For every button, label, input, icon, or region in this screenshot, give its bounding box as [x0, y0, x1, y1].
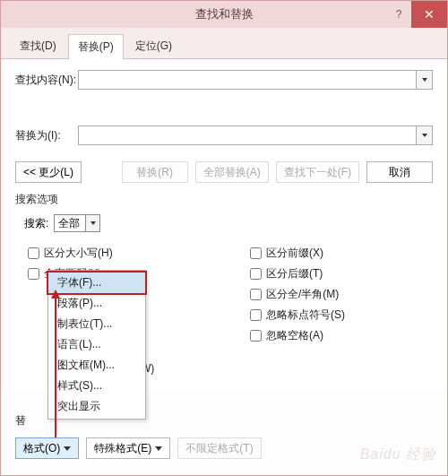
menu-item-language[interactable]: 语言(L)...: [48, 334, 145, 355]
window-controls: ? ✕: [386, 1, 447, 28]
checkbox[interactable]: [250, 268, 262, 280]
search-options-title: 搜索选项: [15, 192, 433, 207]
format-menu: 字体(F)... 段落(P)... 制表位(T)... 语言(L)... 图文框…: [47, 270, 146, 420]
replace-label: 替换为(I):: [15, 128, 78, 143]
chk-match-case[interactable]: 区分大小写(H): [24, 245, 211, 262]
chk-space[interactable]: 忽略空格(A): [246, 327, 433, 344]
less-button[interactable]: << 更少(L): [15, 161, 82, 183]
checkbox[interactable]: [28, 247, 39, 259]
titlebar: 查找和替换 ? ✕: [1, 1, 447, 28]
format-button[interactable]: 格式(O): [15, 437, 79, 459]
special-format-button[interactable]: 特殊格式(E): [86, 437, 170, 459]
checkbox[interactable]: [28, 268, 39, 280]
replace-row: 替换为(I):: [15, 125, 433, 145]
search-direction-label: 搜索:: [24, 216, 48, 231]
menu-item-paragraph[interactable]: 段落(P)...: [48, 293, 145, 314]
chevron-down-icon[interactable]: [416, 71, 432, 89]
watermark: Baidu 经验: [360, 446, 436, 464]
find-input[interactable]: [78, 70, 433, 90]
chk-punct[interactable]: 忽略标点符号(S): [246, 307, 433, 324]
replace-all-button[interactable]: 全部替换(A): [195, 161, 269, 183]
menu-item-tabs[interactable]: 制表位(T)...: [48, 314, 145, 334]
find-row: 查找内容(N):: [15, 70, 433, 90]
close-button[interactable]: ✕: [411, 1, 447, 28]
checkbox[interactable]: [250, 289, 262, 300]
menu-item-highlight[interactable]: 突出显示: [48, 396, 145, 417]
find-next-button[interactable]: 查找下一处(F): [276, 161, 359, 183]
search-direction-row: 搜索: 全部: [24, 214, 433, 232]
replace-input[interactable]: [78, 125, 433, 145]
dialog-window: 查找和替换 ? ✕ 查找(D) 替换(P) 定位(G) 查找内容(N): 替换为…: [0, 0, 448, 476]
bottom-buttons: 格式(O) 特殊格式(E) 不限定格式(T): [15, 437, 262, 459]
chevron-down-icon[interactable]: [416, 126, 432, 144]
chevron-down-icon: [155, 446, 162, 451]
no-format-button[interactable]: 不限定格式(T): [177, 437, 261, 459]
button-row: << 更少(L) 替换(R) 全部替换(A) 查找下一处(F) 取消: [15, 161, 433, 183]
checkbox[interactable]: [250, 309, 262, 321]
chk-suffix[interactable]: 区分后缀(T): [246, 265, 433, 282]
replace-button[interactable]: 替换(R): [122, 161, 188, 183]
menu-item-font[interactable]: 字体(F)...: [47, 271, 147, 295]
tab-strip: 查找(D) 替换(P) 定位(G): [1, 28, 447, 59]
chevron-down-icon: [64, 446, 71, 451]
options-right-col: 区分前缀(X) 区分后缀(T) 区分全/半角(M) 忽略标点符号(S) 忽略空格…: [246, 241, 433, 380]
menu-item-style[interactable]: 样式(S)...: [48, 376, 145, 396]
annotation-arrow: [55, 297, 56, 440]
search-direction-select[interactable]: 全部: [54, 214, 100, 232]
checkbox[interactable]: [250, 330, 262, 342]
find-label: 查找内容(N):: [15, 73, 78, 88]
chk-prefix[interactable]: 区分前缀(X): [246, 245, 433, 262]
help-button[interactable]: ?: [386, 1, 411, 28]
replace-section-label: 替: [15, 413, 26, 428]
checkbox[interactable]: [250, 247, 262, 259]
chevron-down-icon[interactable]: [85, 215, 99, 231]
tab-goto[interactable]: 定位(G): [125, 33, 182, 58]
chk-fullhalf[interactable]: 区分全/半角(M): [246, 286, 433, 303]
window-title: 查找和替换: [195, 6, 254, 22]
search-direction-value: 全部: [58, 217, 80, 229]
cancel-button[interactable]: 取消: [366, 161, 433, 183]
tab-find[interactable]: 查找(D): [10, 33, 66, 58]
menu-item-frame[interactable]: 图文框(M)...: [48, 355, 145, 376]
tab-replace[interactable]: 替换(P): [68, 34, 124, 59]
